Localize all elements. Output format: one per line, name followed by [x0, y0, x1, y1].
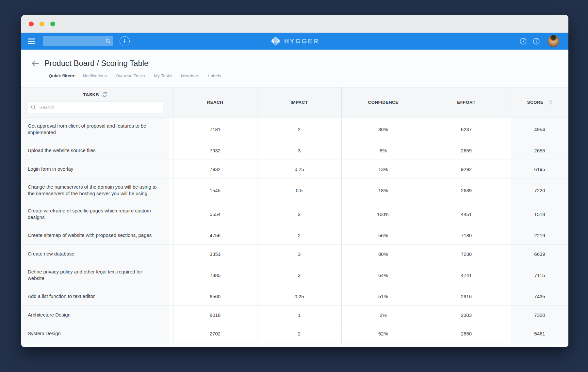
- table-row[interactable]: Create wireframe of specific pages which…: [21, 202, 568, 226]
- effort-cell[interactable]: 2639: [425, 178, 508, 202]
- table-row[interactable]: Upload the website source files 7932 3 8…: [21, 141, 568, 160]
- effort-cell[interactable]: 2850: [425, 324, 508, 343]
- quick-filter-notifications[interactable]: Notifications: [83, 73, 107, 78]
- impact-cell[interactable]: 3: [257, 263, 341, 287]
- confidence-cell[interactable]: 56%: [341, 226, 425, 245]
- reach-column-header[interactable]: REACH: [173, 87, 257, 117]
- confidence-cell[interactable]: 80%: [341, 245, 425, 263]
- reach-cell[interactable]: 7181: [173, 117, 257, 141]
- history-clock-button[interactable]: [519, 38, 527, 45]
- score-cell[interactable]: 2655: [511, 141, 568, 160]
- task-name-cell[interactable]: Define privacy policy and other legal te…: [21, 263, 169, 287]
- reach-cell[interactable]: 6560: [173, 287, 257, 306]
- impact-column-header[interactable]: IMPACT: [257, 87, 341, 117]
- score-cell[interactable]: 1518: [511, 202, 568, 226]
- score-cell[interactable]: 6639: [511, 245, 568, 263]
- table-row[interactable]: Change the nameservers of the domain you…: [21, 178, 568, 202]
- table-row[interactable]: Add a list function to text editor 6560 …: [21, 287, 568, 306]
- impact-cell[interactable]: 3: [257, 245, 341, 263]
- task-name-cell[interactable]: Create wireframe of specific pages which…: [21, 202, 169, 226]
- reach-cell[interactable]: 5554: [173, 202, 257, 226]
- effort-cell[interactable]: 6237: [425, 117, 508, 141]
- impact-cell[interactable]: 3: [257, 141, 341, 160]
- score-column-header[interactable]: SCORE: [511, 87, 568, 117]
- score-cell[interactable]: 7115: [511, 263, 568, 287]
- impact-cell[interactable]: 0.25: [257, 287, 341, 306]
- table-row[interactable]: Create sitemap of website with proposed …: [21, 226, 568, 245]
- impact-cell[interactable]: 1: [257, 306, 341, 324]
- score-cell[interactable]: 6195: [511, 160, 568, 178]
- back-button[interactable]: [31, 60, 40, 67]
- task-name-cell[interactable]: Architecture Design: [21, 306, 169, 324]
- task-name-cell[interactable]: Get approval from client of proposal and…: [21, 117, 169, 141]
- global-search-input[interactable]: [43, 36, 113, 46]
- task-name-cell[interactable]: System Design: [21, 324, 169, 343]
- task-name-cell[interactable]: Create new database: [21, 245, 169, 263]
- quick-filter-members[interactable]: Members: [181, 73, 199, 78]
- effort-cell[interactable]: 2916: [425, 287, 508, 306]
- user-avatar[interactable]: [547, 35, 559, 47]
- effort-cell[interactable]: 2303: [425, 306, 508, 324]
- reach-cell[interactable]: 7932: [173, 160, 257, 178]
- confidence-cell[interactable]: 30%: [341, 117, 425, 141]
- sort-score-button[interactable]: [549, 100, 552, 105]
- score-cell[interactable]: 5461: [511, 324, 568, 343]
- task-name-cell[interactable]: Add a list function to text editor: [21, 287, 169, 306]
- reach-cell[interactable]: 7385: [173, 263, 257, 287]
- effort-cell[interactable]: 7180: [425, 226, 508, 245]
- task-name-cell[interactable]: Login form in overlay: [21, 160, 169, 178]
- table-row[interactable]: Create new database 3351 3 80% 7230 6639: [21, 245, 568, 263]
- close-window-button[interactable]: [29, 22, 34, 26]
- score-cell[interactable]: 7220: [511, 178, 568, 202]
- effort-cell[interactable]: 2659: [425, 141, 508, 160]
- reach-cell[interactable]: 2702: [173, 324, 257, 343]
- task-name-cell[interactable]: Upload the website source files: [21, 141, 169, 160]
- task-name-cell[interactable]: Create sitemap of website with proposed …: [21, 226, 169, 245]
- quick-filter-overdue-tasks[interactable]: Overdue Tasks: [116, 73, 145, 78]
- impact-cell[interactable]: 2: [257, 324, 341, 343]
- reach-cell[interactable]: 7932: [173, 141, 257, 160]
- reach-cell[interactable]: 1545: [173, 178, 257, 202]
- confidence-cell[interactable]: 8%: [341, 141, 425, 160]
- confidence-cell[interactable]: 64%: [341, 263, 425, 287]
- impact-cell[interactable]: 2: [257, 117, 341, 141]
- reach-cell[interactable]: 3351: [173, 245, 257, 263]
- task-name-cell[interactable]: Change the nameservers of the domain you…: [21, 178, 169, 202]
- score-cell[interactable]: 4954: [511, 117, 568, 141]
- impact-cell[interactable]: 0.25: [257, 160, 341, 178]
- confidence-column-header[interactable]: CONFIDENCE: [341, 87, 425, 117]
- refresh-button[interactable]: [102, 92, 107, 97]
- effort-column-header[interactable]: EFFORT: [425, 87, 508, 117]
- hygger-logo[interactable]: HYGGER: [270, 33, 319, 50]
- table-row[interactable]: Architecture Design 8018 1 2% 2303 7320: [21, 306, 568, 324]
- impact-cell[interactable]: 3: [257, 202, 341, 226]
- score-cell[interactable]: 2219: [511, 226, 568, 245]
- table-row[interactable]: Login form in overlay 7932 0.25 13% 9292…: [21, 160, 568, 178]
- confidence-cell[interactable]: 13%: [341, 160, 425, 178]
- reach-cell[interactable]: 8018: [173, 306, 257, 324]
- impact-cell[interactable]: 2: [257, 226, 341, 245]
- add-item-button[interactable]: +: [120, 36, 130, 46]
- quick-filter-my-tasks[interactable]: My Tasks: [154, 73, 172, 78]
- effort-cell[interactable]: 4741: [425, 263, 508, 287]
- quick-filter-labels[interactable]: Labels: [208, 73, 221, 78]
- table-row[interactable]: Define privacy policy and other legal te…: [21, 263, 568, 287]
- impact-cell[interactable]: 0.5: [257, 178, 341, 202]
- zoom-window-button[interactable]: [50, 22, 55, 26]
- score-cell[interactable]: 7320: [511, 306, 568, 324]
- confidence-cell[interactable]: 100%: [341, 202, 425, 226]
- confidence-cell[interactable]: 52%: [341, 324, 425, 343]
- tasks-search-input[interactable]: [27, 101, 163, 113]
- effort-cell[interactable]: 4451: [425, 202, 508, 226]
- effort-cell[interactable]: 7230: [425, 245, 508, 263]
- minimize-window-button[interactable]: [40, 22, 44, 26]
- menu-icon[interactable]: [28, 39, 35, 44]
- table-row[interactable]: Get approval from client of proposal and…: [21, 117, 568, 141]
- table-row[interactable]: System Design 2702 2 52% 2850 5461: [21, 324, 568, 343]
- info-button[interactable]: [532, 38, 540, 45]
- effort-cell[interactable]: 9292: [425, 160, 508, 178]
- score-cell[interactable]: 7435: [511, 287, 568, 306]
- confidence-cell[interactable]: 2%: [341, 306, 425, 324]
- confidence-cell[interactable]: 51%: [341, 287, 425, 306]
- confidence-cell[interactable]: 18%: [341, 178, 425, 202]
